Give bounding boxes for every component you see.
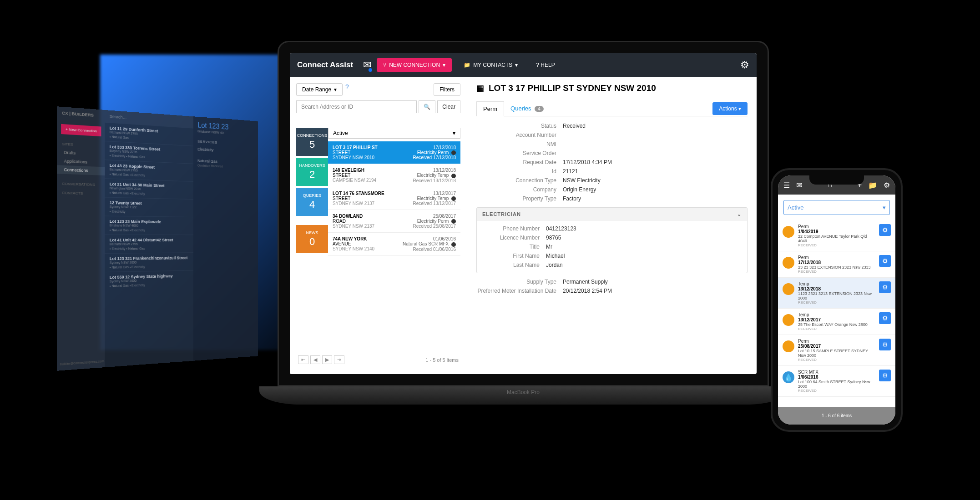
ph-address: 23 23 323 EXTENSION 2323 Nsw 2333 xyxy=(798,265,875,270)
bl-site-item[interactable]: Lot 43 23 Kopple StreetBathurst NSW 2795… xyxy=(105,160,193,181)
menu-icon[interactable]: ☰ xyxy=(783,181,790,190)
ci-type: Electricity Perm xyxy=(413,219,456,224)
tab-queries[interactable]: Queries 4 xyxy=(504,101,550,116)
cat-queries[interactable]: QUERIES 4 xyxy=(296,188,328,216)
cat-count: 0 xyxy=(309,236,315,248)
ph-type: Perm xyxy=(798,255,875,260)
phone-list-item[interactable]: Perm1/04/201922 Compton AVENUE Taylor Pa… xyxy=(778,220,895,251)
detail-label: Last Name xyxy=(482,262,546,268)
status-dot-icon xyxy=(451,150,456,155)
phone-pager: 1 - 6 of 6 items xyxy=(778,407,895,425)
actions-button[interactable]: Actions ▾ xyxy=(712,102,748,115)
filters-button[interactable]: Filters xyxy=(434,83,460,96)
item-settings-button[interactable]: ⚙ xyxy=(879,255,891,267)
bl-item-tags: • Natural Gas • Electricity xyxy=(110,191,189,196)
item-settings-button[interactable]: ⚙ xyxy=(879,281,891,293)
new-connection-button[interactable]: ⑂ NEW CONNECTION ▾ xyxy=(377,58,452,72)
macbook: Connect Assist ✉ ⑂ NEW CONNECTION ▾ 📁 MY… xyxy=(278,41,769,418)
connection-item[interactable]: LOT 14 76 STANSMORESTREETSYDNEY NSW 2137… xyxy=(328,187,460,210)
date-range-button[interactable]: Date Range ▾ xyxy=(296,83,343,96)
service-type-icon xyxy=(783,226,794,238)
pager-first[interactable]: ⇤ xyxy=(298,355,308,364)
active-filter-select[interactable]: Active ▾ xyxy=(328,128,460,139)
phone-list-item[interactable]: Perm25/08/2017Lot 10 15 SAMPLE STREET SY… xyxy=(778,335,895,366)
ph-status: RECEIVED xyxy=(798,389,875,393)
ci-received: Received 13/12/2017 xyxy=(413,201,456,206)
item-settings-button[interactable]: ⚙ xyxy=(879,312,891,324)
ph-address: Lot 100 64 Smith STREET Sydney Nsw 2000 xyxy=(798,380,875,389)
ci-city: SYDNEY NSW 2137 xyxy=(333,224,374,229)
phone-notch xyxy=(809,175,864,185)
connection-item[interactable]: LOT 3 17 PHILLIP STSTREETSYDNEY NSW 2010… xyxy=(328,141,460,164)
cat-news[interactable]: NEWS 0 xyxy=(296,225,328,253)
mail-icon[interactable]: ✉ xyxy=(796,181,802,190)
date-range-label: Date Range xyxy=(302,86,331,93)
phone-list-item[interactable]: Temp13/12/20181123 2321 3213 EXTENSION 2… xyxy=(778,278,895,309)
cat-connections[interactable]: CONNECTIONS 5 xyxy=(296,128,328,156)
active-label: Active xyxy=(333,130,348,136)
phone-list-item[interactable]: 💧SCR MFX1/06/2016Lot 100 64 Smith STREET… xyxy=(778,366,895,397)
pager-next[interactable]: ▶ xyxy=(322,355,332,364)
app-logo: Connect Assist xyxy=(297,60,353,70)
detail-row: CompanyOrigin Energy xyxy=(476,186,748,193)
clear-button[interactable]: Clear xyxy=(437,100,460,113)
ph-type: Temp xyxy=(798,281,875,286)
settings-icon[interactable]: ⚙ xyxy=(740,59,749,71)
item-settings-button[interactable]: ⚙ xyxy=(879,339,891,350)
item-settings-button[interactable]: ⚙ xyxy=(879,370,891,381)
detail-value: Jordan xyxy=(546,262,742,268)
pager-last[interactable]: ⇥ xyxy=(334,355,344,364)
bl-site-item[interactable]: Lot 559 12 Sydney State highwaySydney NS… xyxy=(105,270,193,290)
ci-title: 34 DOWLAND xyxy=(333,214,374,219)
cat-count: 5 xyxy=(309,139,315,150)
ph-date: 13/12/2018 xyxy=(798,286,875,291)
connection-item[interactable]: 148 EVELEIGHSTREETCAMPSIE NSW 219413/12/… xyxy=(328,164,460,187)
my-contacts-button[interactable]: 📁 MY CONTACTS ▾ xyxy=(457,58,524,72)
detail-row: Licence Number98765 xyxy=(482,235,742,241)
bl-new-connection[interactable]: + New Connection xyxy=(61,124,101,136)
connection-item[interactable]: 34 DOWLANDROADSYDNEY NSW 213725/08/2017E… xyxy=(328,210,460,233)
search-input[interactable] xyxy=(296,100,417,113)
phone-list-item[interactable]: Temp13/12/201725 The Escort WAY Orange N… xyxy=(778,309,895,335)
detail-row: NMI xyxy=(476,141,748,147)
bl-site-item[interactable]: Lot 21 Unit 34 88 Main StreetNewington N… xyxy=(105,178,193,199)
search-button[interactable]: 🔍 xyxy=(419,100,435,113)
bl-nav-contacts[interactable]: CONTACTS xyxy=(57,188,105,198)
item-settings-button[interactable]: ⚙ xyxy=(879,224,891,236)
queries-badge: 4 xyxy=(535,106,544,112)
phone: ☰ ✉ ⌂ + 📁 ⚙ Active ▾ Perm1/04/201922 Com… xyxy=(771,168,903,432)
bl-svc-naturalgas[interactable]: Natural Gas Quotation Received xyxy=(197,155,254,173)
bl-site-item[interactable]: Lot 41 Unit 42 44 Distant42 StreetBathur… xyxy=(105,235,193,253)
electrician-header[interactable]: ELECTRICIAN ⌄ xyxy=(477,208,747,221)
folder-icon: 📁 xyxy=(464,62,470,68)
pager-prev[interactable]: ◀ xyxy=(310,355,320,364)
cat-label: CONNECTIONS xyxy=(297,133,328,138)
ci-title: 74A NEW YORK xyxy=(333,236,374,241)
folder-icon[interactable]: 📁 xyxy=(868,181,877,190)
help-icon[interactable]: ? xyxy=(345,83,349,96)
phone-active-select[interactable]: Active ▾ xyxy=(783,200,890,215)
ci-city: CAMPSIE NSW 2194 xyxy=(333,178,376,183)
new-connection-label: NEW CONNECTION xyxy=(389,62,440,68)
detail-row: Last NameJordan xyxy=(482,262,742,268)
settings-icon[interactable]: ⚙ xyxy=(884,181,890,190)
bl-site-item[interactable]: 12 Twenty StreetSydney NSW 1122• Electri… xyxy=(105,197,193,217)
ci-title: LOT 14 76 STANSMORE xyxy=(333,191,384,196)
detail-row: Request Date17/12/2018 4:34 PM xyxy=(476,159,748,165)
mail-icon[interactable]: ✉ xyxy=(363,59,371,71)
ci-received: Received 25/08/2017 xyxy=(413,224,456,229)
phone-list-item[interactable]: Perm17/12/201823 23 323 EXTENSION 2323 N… xyxy=(778,251,895,278)
bl-nav-connections[interactable]: Connections xyxy=(57,165,105,175)
connection-item[interactable]: 74A NEW YORKAVENUESYDNEY NSW 214001/06/2… xyxy=(328,233,460,255)
ph-date: 25/08/2017 xyxy=(798,344,875,349)
bl-item-tags: • Electricity • Natural Gas xyxy=(110,247,189,250)
detail-row: Phone Number0412123123 xyxy=(482,225,742,232)
help-button[interactable]: ? HELP xyxy=(530,58,561,72)
ph-status: RECEIVED xyxy=(798,300,875,305)
bl-site-item[interactable]: Lot 123 23 Main EsplanadeBrisbane NSW 40… xyxy=(105,216,193,235)
ph-status: RECEIVED xyxy=(798,243,875,247)
bl-site-item[interactable]: Lot 123 321 Frankenchinzonuvizuil Street… xyxy=(105,252,193,272)
tab-perm[interactable]: Perm xyxy=(476,101,504,116)
detail-label: Property Type xyxy=(476,195,563,202)
cat-handovers[interactable]: HANDOVERS 2 xyxy=(296,158,328,186)
